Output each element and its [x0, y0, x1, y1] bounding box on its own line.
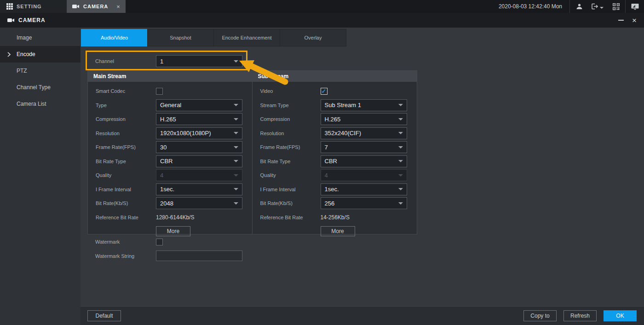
frame-rate-fps-select[interactable]: 7	[321, 141, 407, 153]
watermark-string-input[interactable]	[156, 251, 242, 261]
bit-rate-type-label: Bit Rate Type	[96, 159, 156, 164]
field-row: Frame Rate(FPS)30	[88, 140, 252, 154]
channel-label: Channel	[95, 58, 156, 64]
select-value: 256	[325, 200, 335, 207]
bit-rate-type-label: Bit Rate Type	[260, 159, 321, 164]
caret-down-icon	[234, 146, 238, 148]
copy-to-button[interactable]: Copy to	[523, 310, 557, 321]
field-row: Reference Bit Rate1280-6144Kb/S	[88, 211, 252, 225]
user-icon[interactable]	[570, 0, 588, 13]
tab-snapshot[interactable]: Snapshot	[147, 29, 214, 46]
sidebar-item-channel-type[interactable]: Channel Type	[0, 79, 80, 96]
bit-rate-kb-s-label: Bit Rate(Kb/S)	[260, 200, 321, 206]
frame-rate-fps-select[interactable]: 30	[156, 141, 242, 153]
field-row: Video✓	[253, 84, 417, 98]
tab-setting[interactable]: SETTING	[0, 0, 67, 13]
ok-button[interactable]: OK	[604, 310, 637, 321]
bit-rate-kb-s-label: Bit Rate(Kb/S)	[96, 200, 156, 206]
field-row: Bit Rate(Kb/S)2048	[88, 196, 252, 211]
tab-overlay[interactable]: Overlay	[280, 29, 346, 46]
resolution-select[interactable]: 352x240(CIF)	[321, 127, 407, 139]
tab-camera-label: CAMERA	[83, 4, 108, 9]
i-frame-interval-label: I Frame Interval	[96, 187, 156, 192]
caret-down-icon	[398, 174, 403, 177]
type-select[interactable]: General	[156, 99, 242, 111]
stream-type-select[interactable]: Sub Stream 1	[321, 99, 407, 111]
select-value: 4	[325, 172, 328, 179]
sidebar-item-label: Channel Type	[17, 84, 51, 91]
caret-down-icon	[234, 188, 238, 190]
select-value: H.265	[325, 116, 341, 123]
camera-icon	[72, 4, 80, 9]
field-row: Quality4	[253, 168, 417, 182]
select-value: Sub Stream 1	[325, 102, 362, 108]
watermark-string-label: Watermark String	[95, 253, 156, 259]
sidebar-item-encode[interactable]: Encode	[0, 46, 80, 63]
select-value: 4	[160, 172, 163, 179]
field-row: Bit Rate(Kb/S)256	[253, 196, 417, 211]
caret-down-icon	[398, 118, 403, 120]
i-frame-interval-label: I Frame Interval	[260, 187, 321, 192]
field-row: More	[253, 224, 417, 239]
select-value: 30	[160, 144, 167, 151]
tab-audio-video[interactable]: Audio/Video	[81, 29, 148, 46]
qr-code-icon[interactable]	[607, 0, 625, 13]
compression-label: Compression	[96, 116, 156, 122]
tab-camera[interactable]: CAMERA ×	[67, 0, 126, 13]
system-datetime: 2020-08-03 12:42:40 Mon	[499, 3, 569, 10]
sidebar-item-camera-list[interactable]: Camera List	[0, 96, 80, 112]
tab-encode-enhancement[interactable]: Encode Enhancement	[213, 29, 280, 46]
default-button[interactable]: Default	[87, 310, 121, 321]
sidebar-item-label: Encode	[17, 51, 35, 57]
video-label: Video	[260, 88, 321, 94]
select-value: 7	[325, 144, 328, 151]
watermark-checkbox[interactable]	[156, 239, 163, 245]
bit-rate-kb-s-select[interactable]: 2048	[156, 197, 242, 209]
top-tab-bar: SETTING CAMERA × 2020-08-03 12:42:40 Mon	[0, 0, 644, 13]
bit-rate-type-select[interactable]: CBR	[156, 155, 242, 167]
tab-close-icon[interactable]: ×	[116, 4, 120, 10]
main-stream-column: Smart CodecTypeGeneralCompressionH.265Re…	[88, 82, 253, 234]
camera-icon	[7, 17, 15, 23]
field-row: Resolution352x240(CIF)	[253, 126, 417, 141]
select-value: 352x240(CIF)	[325, 130, 361, 137]
reference-bit-rate-label: Reference Bit Rate	[96, 215, 156, 220]
minimize-icon[interactable]	[618, 20, 624, 21]
refresh-button[interactable]: Refresh	[564, 310, 597, 321]
smart-codec-label: Smart Codec	[96, 88, 156, 94]
resolution-label: Resolution	[260, 131, 321, 136]
close-icon[interactable]: ×	[632, 17, 637, 24]
grid-icon	[6, 3, 13, 10]
channel-select[interactable]: 1	[156, 55, 242, 67]
smart-codec-checkbox[interactable]	[156, 88, 163, 95]
caret-down-icon	[234, 202, 238, 205]
tab-label: Overlay	[305, 35, 322, 40]
resolution-select[interactable]: 1920x1080(1080P)	[156, 127, 242, 139]
monitor-icon[interactable]	[626, 0, 644, 13]
reference-bit-rate-value: 1280-6144Kb/S	[156, 214, 194, 221]
quality-select: 4	[156, 169, 242, 181]
select-value: General	[160, 102, 181, 108]
compression-select[interactable]: H.265	[156, 113, 242, 125]
caret-down-icon	[398, 146, 403, 148]
compression-select[interactable]: H.265	[321, 113, 407, 125]
channel-row: Channel 1	[95, 55, 242, 67]
select-value: 1920x1080(1080P)	[160, 130, 211, 137]
select-value: 2048	[160, 200, 173, 207]
sidebar: ImageEncodePTZChannel TypeCamera List	[0, 28, 80, 325]
main-stream-header: Main Stream	[88, 71, 253, 82]
caret-down-icon	[234, 104, 238, 106]
logout-icon[interactable]	[588, 0, 607, 13]
video-checkbox[interactable]: ✓	[321, 88, 328, 95]
i-frame-interval-select[interactable]: 1sec.	[321, 183, 407, 195]
reference-bit-rate-value: 14-256Kb/S	[321, 214, 350, 221]
bit-rate-kb-s-select[interactable]: 256	[321, 197, 407, 209]
sidebar-item-ptz[interactable]: PTZ	[0, 63, 80, 79]
more-button[interactable]: More	[321, 226, 355, 236]
i-frame-interval-select[interactable]: 1sec.	[156, 183, 242, 195]
bit-rate-type-select[interactable]: CBR	[321, 155, 407, 167]
quality-label: Quality	[260, 172, 321, 178]
more-button[interactable]: More	[156, 226, 190, 236]
sidebar-item-image[interactable]: Image	[0, 29, 80, 46]
caret-down-icon	[398, 202, 403, 205]
